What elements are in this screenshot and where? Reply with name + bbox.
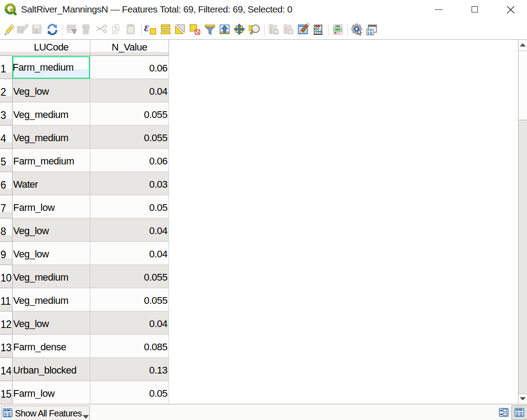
svg-text:ε: ε (144, 21, 149, 34)
